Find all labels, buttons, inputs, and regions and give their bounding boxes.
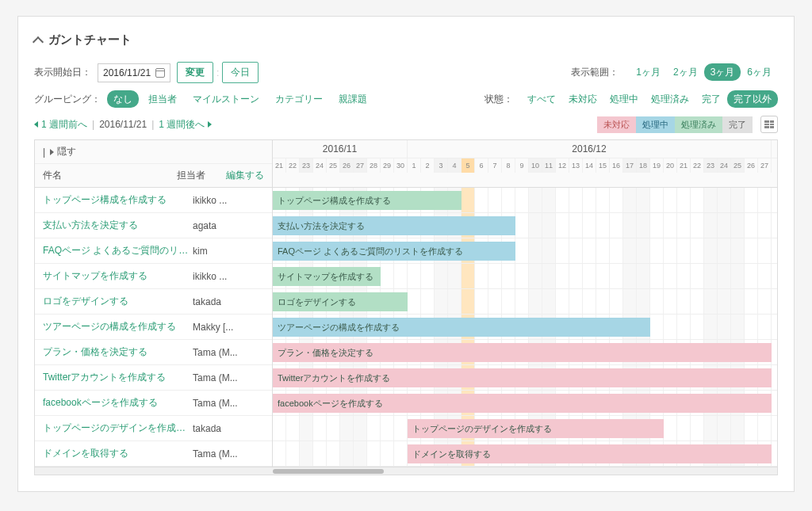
task-row: ドメインを取得するTama (M... <box>35 441 272 467</box>
day-header: 19 <box>650 158 664 173</box>
next-week-link[interactable]: 1 週間後へ <box>159 118 205 132</box>
day-header: 27 <box>354 158 367 173</box>
panel-title: ガントチャート <box>48 32 132 48</box>
task-row: Twitterアカウントを作成するTama (M... <box>35 365 272 391</box>
gantt-bar[interactable]: ドメインを取得する <box>408 444 772 463</box>
day-header: 20 <box>664 158 677 173</box>
h-scrollbar[interactable] <box>35 467 777 475</box>
day-header: 4 <box>448 158 462 173</box>
task-row: サイトマップを作成するikikko ... <box>35 264 272 289</box>
gantt-bar[interactable]: サイトマップを作成する <box>273 267 381 286</box>
day-header: 18 <box>637 158 650 173</box>
status-option-完了[interactable]: 完了 <box>695 90 727 108</box>
day-header: 21 <box>273 158 286 173</box>
task-row: トップページのデザインを作成するtakada <box>35 416 272 441</box>
status-option-未対応[interactable]: 未対応 <box>562 90 603 108</box>
grouping-controls: グルーピング： なし担当者マイルストーンカテゴリー親課題 状態： すべて未対応処… <box>34 93 778 106</box>
task-link[interactable]: トップページ構成を作成する <box>43 193 193 207</box>
task-assignee: takada <box>193 423 264 434</box>
day-header: 21 <box>677 158 691 173</box>
date-controls: 表示開始日： 2016/11/21 変更 : 今日 表示範囲： 1ヶ月2ヶ月3ヶ… <box>34 62 778 83</box>
task-link[interactable]: Twitterアカウントを作成する <box>43 371 193 384</box>
legend-chip-closed: 完了 <box>722 116 753 133</box>
day-header: 23 <box>704 158 718 173</box>
prev-week-link[interactable]: 1 週間前へ <box>41 118 87 132</box>
task-assignee: ikikko ... <box>193 195 264 206</box>
task-link[interactable]: プラン・価格を決定する <box>43 345 193 359</box>
edit-columns-link[interactable]: 編集する <box>226 170 264 181</box>
month-header: 2016/11 <box>273 140 408 158</box>
day-header: 8 <box>502 158 515 173</box>
legend-chip-progress: 処理中 <box>636 116 675 133</box>
task-assignee: ikikko ... <box>193 271 264 282</box>
day-header: 12 <box>556 158 569 173</box>
grouping-label: グルーピング： <box>34 93 101 106</box>
day-header: 30 <box>394 158 408 173</box>
panel-header[interactable]: ガントチャート <box>34 32 778 48</box>
day-header: 27 <box>758 158 772 173</box>
month-header: 2016/12 <box>408 140 772 158</box>
task-row: facebookページを作成するTama (M... <box>35 391 272 416</box>
gantt-bar[interactable]: ツアーページの構成を作成する <box>273 318 650 337</box>
status-option-処理済み[interactable]: 処理済み <box>645 90 695 108</box>
task-row: ツアーページの構成を作成するMakky [... <box>35 315 272 340</box>
grouping-option-カテゴリー[interactable]: カテゴリー <box>269 90 329 108</box>
legend-chip-pending: 未対応 <box>597 116 636 133</box>
settings-button[interactable] <box>760 116 778 133</box>
day-header: 22 <box>691 158 704 173</box>
task-link[interactable]: facebookページを作成する <box>43 396 193 410</box>
day-header: 16 <box>610 158 623 173</box>
grouping-option-親課題[interactable]: 親課題 <box>332 90 373 108</box>
range-option-1ヶ月[interactable]: 1ヶ月 <box>630 63 667 81</box>
task-assignee: agata <box>193 220 264 231</box>
day-header: 14 <box>583 158 596 173</box>
today-button[interactable]: 今日 <box>222 62 259 83</box>
grouping-option-担当者[interactable]: 担当者 <box>142 90 183 108</box>
range-option-3ヶ月[interactable]: 3ヶ月 <box>704 63 741 81</box>
gantt-bar[interactable]: ロゴをデザインする <box>273 292 408 311</box>
gantt-bar[interactable]: トップページのデザインを作成する <box>408 419 664 438</box>
task-assignee: Tama (M... <box>193 448 264 460</box>
task-link[interactable]: 支払い方法を決定する <box>43 219 193 232</box>
calendar-icon <box>155 68 165 78</box>
day-header: 22 <box>286 158 300 173</box>
grouping-option-マイルストーン[interactable]: マイルストーン <box>186 90 266 108</box>
day-header: 24 <box>313 158 327 173</box>
start-date-input[interactable]: 2016/11/21 <box>98 63 170 82</box>
day-header: 7 <box>488 158 502 173</box>
range-option-6ヶ月[interactable]: 6ヶ月 <box>741 63 778 81</box>
task-link[interactable]: ツアーページの構成を作成する <box>43 320 193 334</box>
status-label: 状態： <box>485 93 513 106</box>
status-option-処理中[interactable]: 処理中 <box>603 90 645 108</box>
task-link[interactable]: FAQページ よくあるご質問のリスト... <box>43 244 193 257</box>
hide-columns-toggle[interactable]: | 隠す <box>35 140 272 164</box>
task-assignee: Tama (M... <box>193 372 264 383</box>
legend: 未対応 処理中 処理済み 完了 <box>597 116 778 133</box>
day-header: 9 <box>515 158 529 173</box>
gantt-bar[interactable]: facebookページを作成する <box>273 394 772 413</box>
task-link[interactable]: サイトマップを作成する <box>43 269 193 283</box>
day-header: 11 <box>542 158 556 173</box>
status-option-すべて[interactable]: すべて <box>521 90 562 108</box>
day-header: 15 <box>596 158 610 173</box>
gantt-bar[interactable]: トップページ構成を作成する <box>273 191 462 210</box>
triangle-right-icon <box>208 121 212 128</box>
nav-date: 2016/11/21 <box>99 119 147 130</box>
chevron-up-icon <box>33 36 44 47</box>
gantt-bar[interactable]: Twitterアカウントを作成する <box>273 368 772 387</box>
range-option-2ヶ月[interactable]: 2ヶ月 <box>667 63 704 81</box>
status-option-完了以外[interactable]: 完了以外 <box>727 90 778 108</box>
task-link[interactable]: ロゴをデザインする <box>43 295 193 308</box>
gantt-bar[interactable]: プラン・価格を決定する <box>273 343 772 362</box>
day-header: 25 <box>731 158 745 173</box>
day-header: 6 <box>475 158 488 173</box>
day-header: 1 <box>408 158 421 173</box>
triangle-left-icon <box>34 121 38 128</box>
task-link[interactable]: トップページのデザインを作成する <box>43 421 193 435</box>
grouping-option-なし[interactable]: なし <box>107 90 139 108</box>
gantt-bar[interactable]: FAQページ よくあるご質問のリストを作成する <box>273 242 515 261</box>
change-button[interactable]: 変更 <box>177 62 213 83</box>
gantt-bar[interactable]: 支払い方法を決定する <box>273 216 515 235</box>
task-assignee: Tama (M... <box>193 347 264 358</box>
task-link[interactable]: ドメインを取得する <box>43 447 193 460</box>
